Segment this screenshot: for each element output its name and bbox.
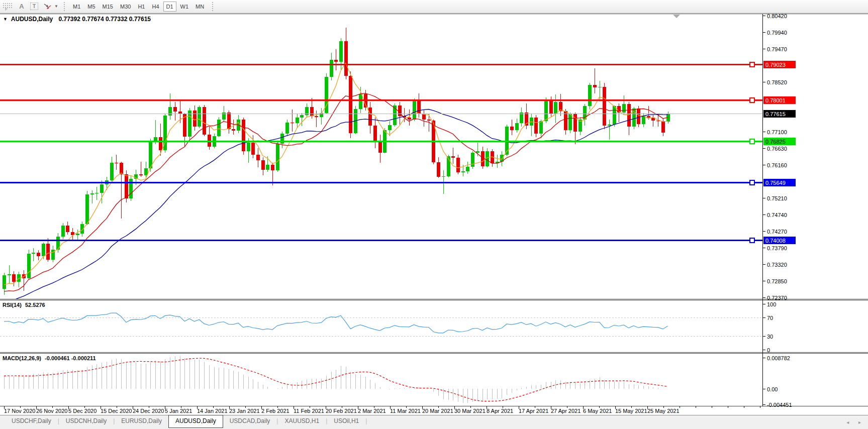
svg-text:0.008782: 0.008782 xyxy=(767,355,790,361)
tab-separator: | xyxy=(365,415,367,424)
svg-text:70: 70 xyxy=(767,315,773,321)
svg-text:11 Feb 2021: 11 Feb 2021 xyxy=(294,408,324,414)
svg-text:F: F xyxy=(5,7,8,11)
tf-button-h4[interactable]: H4 xyxy=(149,2,162,12)
svg-text:0.76630: 0.76630 xyxy=(767,146,787,152)
svg-text:0.74270: 0.74270 xyxy=(767,229,787,235)
svg-text:15 May 2021: 15 May 2021 xyxy=(615,408,647,414)
macd-name: MACD(12,26,9) xyxy=(3,355,41,361)
svg-text:0.77615: 0.77615 xyxy=(765,111,786,117)
chart-symbol-label: AUDUSD,Daily xyxy=(11,16,53,23)
svg-text:0.76825: 0.76825 xyxy=(765,139,786,145)
svg-text:6 May 2021: 6 May 2021 xyxy=(583,408,612,414)
hline-handle xyxy=(750,139,754,144)
tf-button-w1[interactable]: W1 xyxy=(177,2,192,12)
svg-text:17 Apr 2021: 17 Apr 2021 xyxy=(519,408,548,414)
svg-text:0.73320: 0.73320 xyxy=(767,262,787,268)
macd-pane-layer xyxy=(4,356,668,403)
axis-layer: 0.804200.799400.794700.785200.771000.766… xyxy=(0,13,868,414)
rsi-pane-layer xyxy=(4,313,668,333)
main-pane-layer xyxy=(3,28,670,304)
dropdown-caret-icon[interactable]: ▼ xyxy=(54,4,58,9)
mt4-window: F A T ▼ M1 M5 M15 M30 H1 H4 D1 W1 MN 0.8… xyxy=(0,0,868,429)
svg-text:0.00: 0.00 xyxy=(767,386,778,392)
svg-text:0: 0 xyxy=(767,347,770,353)
tab-scroll-right-icon[interactable]: ▸ xyxy=(858,419,861,425)
rsi-value: 52.5276 xyxy=(25,302,45,308)
hline-handle xyxy=(750,62,754,67)
tf-button-m15[interactable]: M15 xyxy=(100,2,116,12)
toolbar-grip-end[interactable] xyxy=(212,2,213,11)
symbol-dropdown-icon[interactable]: ▼ xyxy=(3,17,8,22)
svg-text:17 Nov 2020: 17 Nov 2020 xyxy=(4,408,35,414)
symbol-tabbar: USDCHF,Daily | USDCNH,Daily | EURUSD,Dai… xyxy=(0,415,868,429)
svg-text:30: 30 xyxy=(767,334,773,340)
tf-button-mn[interactable]: MN xyxy=(192,2,207,12)
toolbar-grip[interactable] xyxy=(64,2,65,11)
toolbar: F A T ▼ M1 M5 M15 M30 H1 H4 D1 W1 MN xyxy=(0,0,868,13)
svg-text:0.74740: 0.74740 xyxy=(767,212,787,218)
svg-text:2 Mar 2021: 2 Mar 2021 xyxy=(358,408,386,414)
svg-text:11 Mar 2021: 11 Mar 2021 xyxy=(390,408,421,414)
svg-text:15 Dec 2020: 15 Dec 2020 xyxy=(101,408,132,414)
svg-text:0.76160: 0.76160 xyxy=(767,162,787,168)
svg-text:0.75649: 0.75649 xyxy=(765,180,786,186)
svg-text:5 Jan 2021: 5 Jan 2021 xyxy=(165,408,192,414)
macd-values: -0.000461 -0.000211 xyxy=(45,355,96,361)
objects-grid-icon[interactable]: F xyxy=(2,1,13,12)
hline-handle xyxy=(750,98,754,102)
svg-text:5 Dec 2020: 5 Dec 2020 xyxy=(68,408,97,414)
svg-text:25 May 2021: 25 May 2021 xyxy=(647,408,680,414)
svg-text:0.80420: 0.80420 xyxy=(767,13,787,19)
tf-button-h1[interactable]: H1 xyxy=(135,2,148,12)
tf-button-m1[interactable]: M1 xyxy=(70,2,83,12)
svg-text:0.79940: 0.79940 xyxy=(767,30,787,36)
tf-button-m5[interactable]: M5 xyxy=(84,2,98,12)
label-a-icon[interactable]: A xyxy=(17,1,26,12)
tab-eurusd[interactable]: EURUSD,Daily xyxy=(115,415,168,427)
svg-text:0.77100: 0.77100 xyxy=(767,129,787,135)
tab-scroll-left-icon[interactable]: ◂ xyxy=(846,419,849,425)
arrows-tool-icon[interactable] xyxy=(42,1,52,12)
svg-text:24 Dec 2020: 24 Dec 2020 xyxy=(133,408,164,414)
tab-usdchf[interactable]: USDCHF,Daily xyxy=(5,415,58,427)
rsi-name: RSI(14) xyxy=(3,302,22,308)
tf-button-d1[interactable]: D1 xyxy=(163,2,176,12)
svg-text:0.79470: 0.79470 xyxy=(767,46,787,52)
svg-text:0.78520: 0.78520 xyxy=(767,79,787,85)
tab-usoil[interactable]: USOil,H1 xyxy=(327,415,365,427)
chart-ohlc-values: 0.77392 0.77674 0.77332 0.77615 xyxy=(59,16,151,23)
svg-text:0.75210: 0.75210 xyxy=(767,195,787,201)
tab-usdcad[interactable]: USDCAD,Daily xyxy=(223,415,277,427)
svg-text:8 Apr 2021: 8 Apr 2021 xyxy=(487,408,513,414)
svg-text:30 Mar 2021: 30 Mar 2021 xyxy=(454,408,486,414)
tab-xauusd[interactable]: XAUUSD,H1 xyxy=(278,415,326,427)
svg-text:-0.004451: -0.004451 xyxy=(767,402,792,408)
chart-shift-marker-icon xyxy=(673,15,680,18)
text-box-icon[interactable]: T xyxy=(30,1,38,12)
svg-text:0.73790: 0.73790 xyxy=(767,245,787,251)
tab-usdcnh[interactable]: USDCNH,Daily xyxy=(59,415,113,427)
svg-text:0.72850: 0.72850 xyxy=(767,278,787,284)
svg-text:2 Feb 2021: 2 Feb 2021 xyxy=(261,408,290,414)
svg-text:26 Nov 2020: 26 Nov 2020 xyxy=(36,408,67,414)
dotted-grid-glyph: F xyxy=(2,2,13,11)
price-chart-canvas[interactable]: 0.804200.799400.794700.785200.771000.766… xyxy=(0,0,868,429)
arrows-glyph xyxy=(42,3,52,10)
svg-text:20 Feb 2021: 20 Feb 2021 xyxy=(326,408,357,414)
macd-pane-label: MACD(12,26,9) -0.000461 -0.000211 xyxy=(3,355,98,361)
hline-handle xyxy=(750,238,754,243)
tab-scroll-arrows: ◂ ▸ xyxy=(838,419,861,425)
chart-title: ▼ AUDUSD,Daily 0.77392 0.77674 0.77332 0… xyxy=(3,16,151,23)
svg-text:100: 100 xyxy=(767,301,776,307)
rsi-pane-label: RSI(14) 52.5276 xyxy=(3,302,47,308)
svg-text:0.74008: 0.74008 xyxy=(765,238,786,244)
svg-text:14 Jan 2021: 14 Jan 2021 xyxy=(197,408,228,414)
svg-text:0.79023: 0.79023 xyxy=(765,62,786,68)
tab-audusd-active[interactable]: AUDUSD,Daily xyxy=(168,415,223,428)
svg-text:20 Mar 2021: 20 Mar 2021 xyxy=(422,408,453,414)
svg-text:0.78001: 0.78001 xyxy=(765,97,786,103)
svg-text:0.72370: 0.72370 xyxy=(767,295,787,301)
tf-button-m30[interactable]: M30 xyxy=(117,2,134,12)
svg-text:27 Apr 2021: 27 Apr 2021 xyxy=(551,408,581,414)
